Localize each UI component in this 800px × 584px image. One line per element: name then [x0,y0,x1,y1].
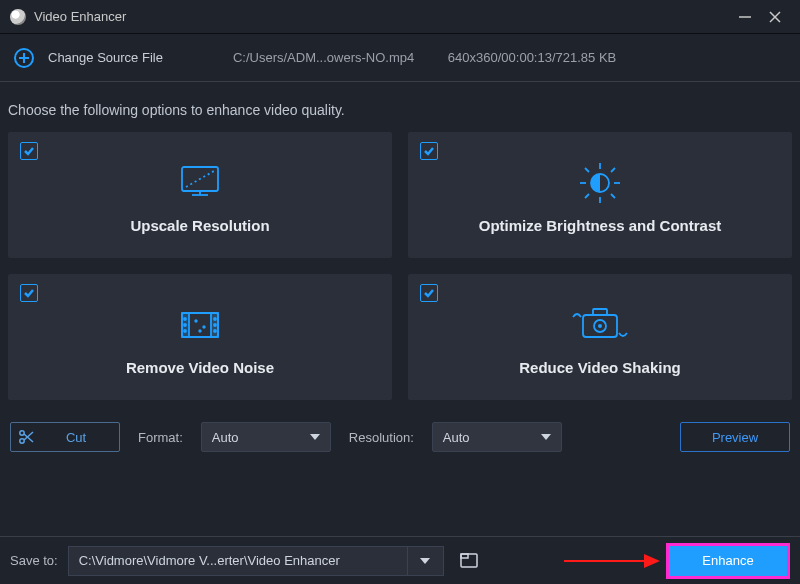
preview-button[interactable]: Preview [680,422,790,452]
checkbox-upscale[interactable] [20,142,38,160]
close-button[interactable] [760,2,790,32]
svg-point-34 [598,324,602,328]
add-source-button[interactable] [12,46,36,70]
card-reduce-shaking[interactable]: Reduce Video Shaking [408,274,792,400]
source-bar: Change Source File C:/Users/ADM...owers-… [0,34,800,82]
source-path: C:/Users/ADM...owers-NO.mp4 [233,50,414,65]
chevron-down-icon [541,430,551,445]
resolution-value: Auto [443,430,470,445]
svg-marker-44 [644,554,660,568]
controls-row: Cut Format: Auto Resolution: Auto Previe… [0,400,800,452]
upscale-icon [172,157,228,209]
svg-rect-42 [461,554,477,567]
checkbox-brightness[interactable] [420,142,438,160]
save-path-field[interactable]: C:\Vidmore\Vidmore V...erter\Video Enhan… [68,546,408,576]
shaking-icon [567,299,633,351]
svg-rect-32 [593,309,607,315]
svg-line-7 [186,171,214,187]
resolution-label: Resolution: [349,430,414,445]
svg-point-28 [195,320,197,322]
card-remove-noise[interactable]: Remove Video Noise [8,274,392,400]
checkbox-shaking[interactable] [420,284,438,302]
source-info: 640x360/00:00:13/721.85 KB [448,50,616,65]
resolution-select[interactable]: Auto [432,422,562,452]
svg-line-15 [585,168,589,172]
format-label: Format: [138,430,183,445]
svg-line-18 [611,168,615,172]
preview-label: Preview [712,430,758,445]
open-folder-button[interactable] [454,546,484,576]
bottom-bar: Save to: C:\Vidmore\Vidmore V...erter\Vi… [0,536,800,584]
annotation-highlight: Enhance [666,543,790,579]
card-upscale-resolution[interactable]: Upscale Resolution [8,132,392,258]
brightness-icon [572,157,628,209]
save-path-dropdown[interactable] [408,546,444,576]
svg-point-23 [184,324,186,326]
svg-line-17 [585,194,589,198]
enhance-button[interactable]: Enhance [669,546,787,576]
svg-point-25 [214,318,216,320]
svg-marker-40 [541,434,551,440]
title-bar: Video Enhancer [0,0,800,34]
minimize-button[interactable] [730,2,760,32]
card-label: Optimize Brightness and Contrast [479,217,722,234]
card-label: Remove Video Noise [126,359,274,376]
card-label: Reduce Video Shaking [519,359,680,376]
svg-point-22 [184,318,186,320]
save-to-label: Save to: [10,553,58,568]
svg-point-26 [214,324,216,326]
svg-point-29 [203,326,205,328]
svg-marker-39 [310,434,320,440]
format-select[interactable]: Auto [201,422,331,452]
noise-icon [172,299,228,351]
svg-point-27 [214,330,216,332]
svg-marker-41 [420,558,430,564]
svg-rect-43 [461,554,468,558]
save-path-text: C:\Vidmore\Vidmore V...erter\Video Enhan… [79,553,340,568]
source-meta: C:/Users/ADM...owers-NO.mp4 640x360/00:0… [233,50,616,65]
change-source-link[interactable]: Change Source File [48,50,163,65]
chevron-down-icon [310,430,320,445]
svg-point-24 [184,330,186,332]
app-title: Video Enhancer [34,9,126,24]
cut-button[interactable]: Cut [10,422,120,452]
card-brightness-contrast[interactable]: Optimize Brightness and Contrast [408,132,792,258]
options-grid: Upscale Resolution Optimize Brightness a… [0,132,800,400]
enhance-label: Enhance [702,553,753,568]
app-logo-icon [10,9,26,25]
scissors-icon [11,428,41,446]
format-value: Auto [212,430,239,445]
svg-point-30 [199,330,201,332]
checkbox-noise[interactable] [20,284,38,302]
cut-label: Cut [41,430,119,445]
annotation-arrow [564,554,660,568]
card-label: Upscale Resolution [130,217,269,234]
svg-line-16 [611,194,615,198]
instructions-text: Choose the following options to enhance … [0,82,800,132]
